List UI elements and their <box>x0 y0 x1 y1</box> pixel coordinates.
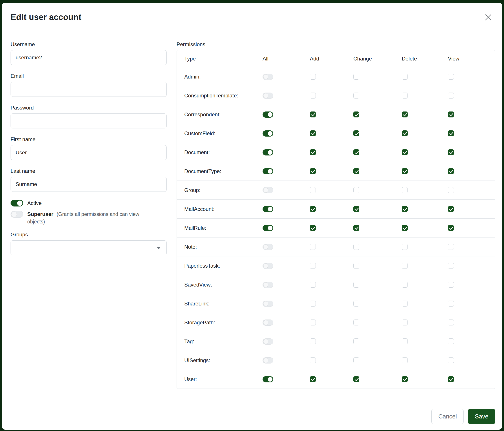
permission-all-toggle[interactable] <box>262 149 273 155</box>
cancel-button[interactable]: Cancel <box>432 409 464 424</box>
permission-change-checkbox[interactable] <box>353 338 359 344</box>
permission-change-checkbox[interactable] <box>353 93 359 99</box>
permission-all-toggle[interactable] <box>262 168 273 174</box>
permission-change-checkbox[interactable] <box>353 149 359 155</box>
permission-delete-checkbox[interactable] <box>402 93 408 99</box>
permission-all-toggle[interactable] <box>262 244 273 250</box>
permission-view-checkbox[interactable] <box>448 187 454 193</box>
permission-view-checkbox[interactable] <box>448 111 454 117</box>
permission-delete-checkbox[interactable] <box>402 320 408 325</box>
permission-add-checkbox[interactable] <box>310 130 316 136</box>
permission-change-checkbox[interactable] <box>353 187 359 193</box>
first-name-input[interactable] <box>10 145 167 160</box>
permission-all-toggle[interactable] <box>262 301 273 307</box>
permission-all-toggle[interactable] <box>262 263 273 269</box>
permission-view-checkbox[interactable] <box>448 225 454 231</box>
save-button[interactable]: Save <box>468 409 495 424</box>
permission-view-checkbox[interactable] <box>448 320 454 325</box>
permission-delete-checkbox[interactable] <box>402 206 408 212</box>
permission-add-checkbox[interactable] <box>310 338 316 344</box>
permission-all-toggle[interactable] <box>262 206 273 212</box>
permission-view-checkbox[interactable] <box>448 338 454 344</box>
active-toggle[interactable] <box>10 200 23 207</box>
permission-delete-checkbox[interactable] <box>402 244 408 250</box>
permission-all-toggle[interactable] <box>262 282 273 288</box>
permission-all-toggle[interactable] <box>262 376 273 382</box>
active-row: Active <box>10 200 167 207</box>
permission-view-checkbox[interactable] <box>448 74 454 80</box>
permission-view-checkbox[interactable] <box>448 93 454 99</box>
permission-all-toggle[interactable] <box>262 187 273 193</box>
permission-add-checkbox[interactable] <box>310 225 316 231</box>
permission-delete-checkbox[interactable] <box>402 376 408 382</box>
permission-view-checkbox[interactable] <box>448 301 454 306</box>
permission-change-checkbox[interactable] <box>353 263 359 269</box>
permission-all-toggle[interactable] <box>262 111 273 118</box>
permission-change-checkbox[interactable] <box>353 244 359 250</box>
permission-delete-checkbox[interactable] <box>402 187 408 193</box>
permission-change-checkbox[interactable] <box>353 301 359 306</box>
permission-change-checkbox[interactable] <box>353 130 359 136</box>
permission-add-checkbox[interactable] <box>310 244 316 250</box>
permission-view-checkbox[interactable] <box>448 376 454 382</box>
permission-delete-checkbox[interactable] <box>402 149 408 155</box>
column-header-all: All <box>262 56 310 62</box>
permission-all-toggle[interactable] <box>262 74 273 80</box>
permission-all-toggle[interactable] <box>262 130 273 136</box>
permission-add-checkbox[interactable] <box>310 149 316 155</box>
permission-delete-checkbox[interactable] <box>402 111 408 117</box>
superuser-toggle[interactable] <box>10 211 23 218</box>
permission-change-checkbox[interactable] <box>353 74 359 80</box>
permission-change-checkbox[interactable] <box>353 225 359 231</box>
permission-all-toggle[interactable] <box>262 225 273 231</box>
permission-all-toggle[interactable] <box>262 93 273 99</box>
permission-add-checkbox[interactable] <box>310 357 316 363</box>
permission-view-checkbox[interactable] <box>448 149 454 155</box>
permission-add-checkbox[interactable] <box>310 282 316 288</box>
last-name-input[interactable] <box>10 177 167 192</box>
password-input[interactable] <box>10 114 167 128</box>
permission-change-checkbox[interactable] <box>353 320 359 325</box>
permission-view-checkbox[interactable] <box>448 244 454 250</box>
permission-add-checkbox[interactable] <box>310 320 316 325</box>
permission-add-checkbox[interactable] <box>310 168 316 174</box>
permission-view-checkbox[interactable] <box>448 282 454 288</box>
permission-view-checkbox[interactable] <box>448 263 454 269</box>
permission-delete-checkbox[interactable] <box>402 130 408 136</box>
permission-delete-checkbox[interactable] <box>402 74 408 80</box>
permission-delete-checkbox[interactable] <box>402 168 408 174</box>
permission-change-checkbox[interactable] <box>353 168 359 174</box>
permission-delete-checkbox[interactable] <box>402 282 408 288</box>
permission-change-checkbox[interactable] <box>353 206 359 212</box>
permission-add-checkbox[interactable] <box>310 206 316 212</box>
last-name-group: Last name <box>10 168 167 192</box>
permission-delete-checkbox[interactable] <box>402 301 408 306</box>
permission-all-toggle[interactable] <box>262 338 273 345</box>
permission-change-checkbox[interactable] <box>353 111 359 117</box>
permission-add-checkbox[interactable] <box>310 74 316 80</box>
permission-change-checkbox[interactable] <box>353 376 359 382</box>
permission-view-checkbox[interactable] <box>448 168 454 174</box>
permission-all-toggle[interactable] <box>262 320 273 326</box>
permission-delete-checkbox[interactable] <box>402 338 408 344</box>
email-input[interactable] <box>10 82 167 97</box>
permission-view-checkbox[interactable] <box>448 130 454 136</box>
close-button[interactable] <box>483 12 494 23</box>
permission-add-checkbox[interactable] <box>310 301 316 306</box>
permission-delete-checkbox[interactable] <box>402 263 408 269</box>
permission-add-checkbox[interactable] <box>310 111 316 117</box>
permission-change-checkbox[interactable] <box>353 282 359 288</box>
groups-select[interactable] <box>10 240 167 255</box>
permission-row: StoragePath: <box>177 313 495 332</box>
permission-change-checkbox[interactable] <box>353 357 359 363</box>
permission-add-checkbox[interactable] <box>310 376 316 382</box>
permission-view-checkbox[interactable] <box>448 357 454 363</box>
permission-delete-checkbox[interactable] <box>402 225 408 231</box>
username-input[interactable] <box>10 50 167 65</box>
permission-add-checkbox[interactable] <box>310 187 316 193</box>
permission-add-checkbox[interactable] <box>310 263 316 269</box>
permission-delete-checkbox[interactable] <box>402 357 408 363</box>
permission-add-checkbox[interactable] <box>310 93 316 99</box>
permission-view-checkbox[interactable] <box>448 206 454 212</box>
permission-all-toggle[interactable] <box>262 357 273 363</box>
